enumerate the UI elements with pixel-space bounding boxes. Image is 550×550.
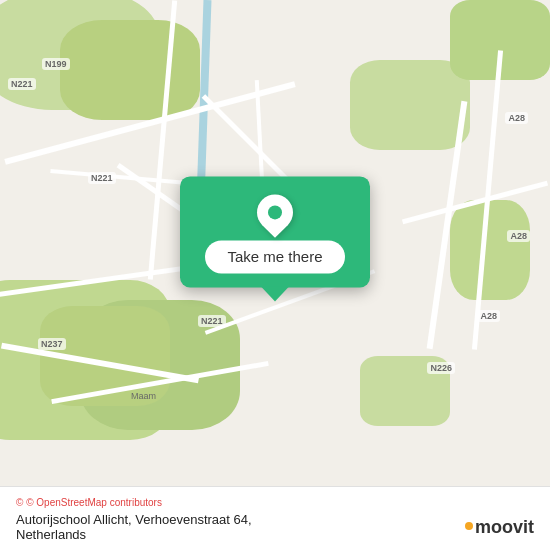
moovit-text: moovit xyxy=(475,517,534,538)
take-me-there-button[interactable]: Take me there xyxy=(205,240,344,273)
openstreetmap-icon: © xyxy=(16,497,23,508)
road-label-n199: N199 xyxy=(42,58,70,70)
bottom-bar: © © OpenStreetMap contributors Autorijsc… xyxy=(0,486,550,550)
pin-inner xyxy=(268,205,282,219)
address-line1: Autorijschool Allicht, Verhoevenstraat 6… xyxy=(16,512,252,527)
road-label-n221-mid: N221 xyxy=(88,172,116,184)
address-row: Autorijschool Allicht, Verhoevenstraat 6… xyxy=(16,512,534,542)
road-label-a28-bot: A28 xyxy=(477,310,500,322)
map-container: N199 N221 N221 N221 N237 N226 A28 A28 A2… xyxy=(0,0,550,486)
app: N199 N221 N221 N221 N237 N226 A28 A28 A2… xyxy=(0,0,550,550)
green-area xyxy=(350,60,470,150)
place-label-maam: Maam xyxy=(128,390,159,402)
location-pin-icon xyxy=(250,187,301,238)
take-me-there-popup[interactable]: Take me there xyxy=(180,176,370,287)
map-attribution: © © OpenStreetMap contributors xyxy=(16,497,534,508)
moovit-logo: moovit xyxy=(465,517,534,538)
road-label-n221-top: N221 xyxy=(8,78,36,90)
attribution-text: © OpenStreetMap contributors xyxy=(26,497,162,508)
green-area xyxy=(450,200,530,300)
road-label-n237: N237 xyxy=(38,338,66,350)
road-label-a28-mid: A28 xyxy=(507,230,530,242)
address-text: Autorijschool Allicht, Verhoevenstraat 6… xyxy=(16,512,252,542)
road-label-n221-bot: N221 xyxy=(198,315,226,327)
address-line2: Netherlands xyxy=(16,527,252,542)
road-label-n226: N226 xyxy=(427,362,455,374)
green-area xyxy=(60,20,200,120)
road-label-a28-top: A28 xyxy=(505,112,528,124)
moovit-dot-icon xyxy=(465,522,473,530)
